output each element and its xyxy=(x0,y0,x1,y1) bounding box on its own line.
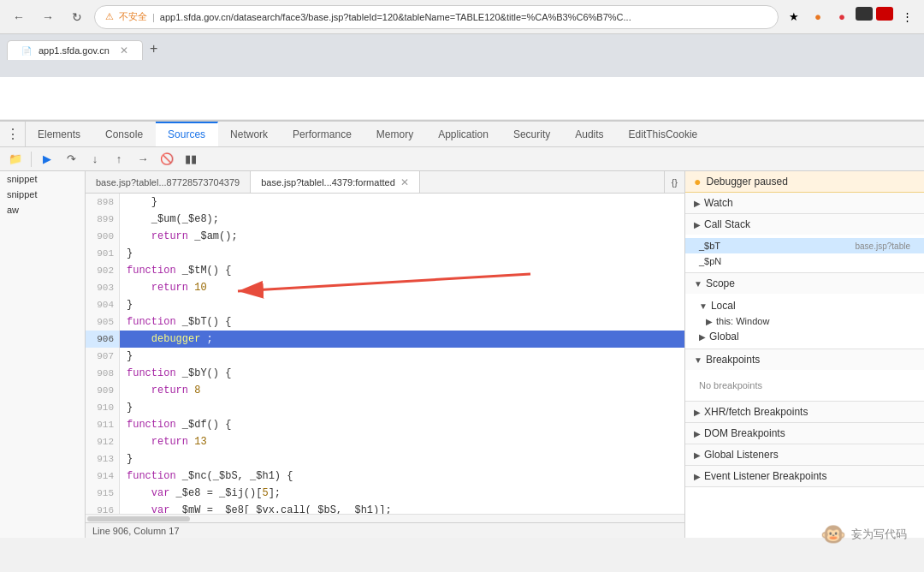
step-into-button[interactable]: ↓ xyxy=(85,149,105,170)
line-num-905[interactable]: 905 xyxy=(86,313,119,331)
extension-btn-2[interactable]: ● xyxy=(832,7,852,27)
event-listener-breakpoints-header[interactable]: ▶ Event Listener Breakpoints xyxy=(685,466,924,486)
tab-application[interactable]: Application xyxy=(426,122,501,146)
global-listeners-header[interactable]: ▶ Global Listeners xyxy=(685,444,924,465)
scope-this-item[interactable]: ▶ this: Window xyxy=(685,314,924,328)
callstack-section: ▶ Call Stack _$bT base.jsp?table _$pN xyxy=(685,214,924,273)
source-tabs-spacer xyxy=(420,171,664,193)
extension-btn-1[interactable]: ● xyxy=(808,7,828,27)
scope-local-arrow-icon: ▼ xyxy=(699,301,708,311)
source-tab-2-close[interactable]: ✕ xyxy=(400,176,409,188)
line-num-912[interactable]: 912 xyxy=(86,433,119,450)
source-tab-1[interactable]: base.jsp?tablel...87728573704379 xyxy=(86,171,251,193)
tab-close[interactable]: ✕ xyxy=(120,45,128,57)
open-file-button[interactable]: 📁 xyxy=(5,149,26,170)
security-icon: ⚠ xyxy=(105,11,114,22)
source-tab-2[interactable]: base.jsp?tablel...4379:formatted ✕ xyxy=(251,171,420,193)
pause-on-exceptions-button[interactable]: ▮▮ xyxy=(181,149,201,170)
bookmark-button[interactable]: ★ xyxy=(784,7,804,27)
watermark: 🐵 妄为写代码 xyxy=(820,522,907,546)
line-num-906[interactable]: 906 xyxy=(86,331,119,348)
scope-section-header[interactable]: ▼ Scope xyxy=(685,273,924,294)
line-num-899[interactable]: 899 xyxy=(86,211,119,228)
extension-btn-3[interactable] xyxy=(856,7,873,21)
browser-tab-active[interactable]: 📄 app1.sfda.gov.cn ✕ xyxy=(7,40,143,60)
xhr-arrow-icon: ▶ xyxy=(694,408,701,417)
source-format-button[interactable]: {} xyxy=(664,171,684,193)
devtools-toolbar: 📁 ▶ ↷ ↓ ↑ → 🚫 ▮▮ xyxy=(0,147,924,171)
line-num-914[interactable]: 914 xyxy=(86,468,119,485)
code-line-907: } xyxy=(120,348,684,365)
step-button[interactable]: → xyxy=(133,149,153,170)
step-over-button[interactable]: ↷ xyxy=(61,149,81,170)
scrollbar-thumb[interactable] xyxy=(87,516,190,521)
tab-security[interactable]: Security xyxy=(501,122,563,146)
forward-button[interactable]: → xyxy=(36,5,60,29)
xhr-breakpoints-header[interactable]: ▶ XHR/fetch Breakpoints xyxy=(685,402,924,422)
tab-console[interactable]: Console xyxy=(93,122,156,146)
tab-memory[interactable]: Memory xyxy=(364,122,426,146)
file-panel-item-aw[interactable]: aw xyxy=(0,202,85,217)
callstack-item-2[interactable]: _$pN xyxy=(685,253,924,269)
source-tab-1-label: base.jsp?tablel...87728573704379 xyxy=(96,177,240,188)
watch-section: ▶ Watch xyxy=(685,193,924,214)
file-panel-item-snippet2[interactable]: snippet xyxy=(0,187,85,202)
devtools-panel: ⋮ Elements Console Sources Network Perfo… xyxy=(0,120,924,538)
browser-toolbar: ← → ↻ ⚠ 不安全 | app1.sfda.gov.cn/datasearc… xyxy=(0,0,924,34)
dom-breakpoints-section: ▶ DOM Breakpoints xyxy=(685,423,924,444)
code-line-913: } xyxy=(120,450,684,468)
scope-local-header[interactable]: ▼ Local xyxy=(685,297,924,314)
scope-section-label: Scope xyxy=(706,277,735,289)
browser-tabs: 📄 app1.sfda.gov.cn ✕ + xyxy=(0,34,924,60)
devtools-menu-icon[interactable]: ⋮ xyxy=(0,122,26,146)
horizontal-scrollbar[interactable] xyxy=(86,514,684,522)
line-num-910[interactable]: 910 xyxy=(86,399,119,416)
dom-breakpoints-header[interactable]: ▶ DOM Breakpoints xyxy=(685,423,924,444)
line-num-908[interactable]: 908 xyxy=(86,365,119,382)
line-num-900[interactable]: 900 xyxy=(86,228,119,245)
step-out-button[interactable]: ↑ xyxy=(109,149,129,170)
line-num-904[interactable]: 904 xyxy=(86,296,119,313)
watch-section-header[interactable]: ▶ Watch xyxy=(685,193,924,213)
line-num-909[interactable]: 909 xyxy=(86,382,119,399)
breakpoints-section-header[interactable]: ▼ Breakpoints xyxy=(685,349,924,370)
tab-audits[interactable]: Audits xyxy=(563,122,616,146)
pause-resume-button[interactable]: ▶ xyxy=(37,149,57,170)
line-num-903[interactable]: 903 xyxy=(86,279,119,296)
scope-this-arrow-icon: ▶ xyxy=(706,317,713,326)
line-num-911[interactable]: 911 xyxy=(86,416,119,433)
callstack-content: _$bT base.jsp?table _$pN xyxy=(685,235,924,272)
line-num-898[interactable]: 898 xyxy=(86,194,119,211)
code-editor[interactable]: 8988999009019029039049059069079089099109… xyxy=(86,194,684,514)
url-bar[interactable]: ⚠ 不安全 | app1.sfda.gov.cn/datasearch/face… xyxy=(94,5,779,29)
line-num-915[interactable]: 915 xyxy=(86,485,119,502)
new-tab-button[interactable]: + xyxy=(143,38,164,60)
tab-editthiscookie[interactable]: EditThisCookie xyxy=(617,122,711,146)
code-line-903: return 10 xyxy=(120,279,684,296)
tab-sources[interactable]: Sources xyxy=(156,122,218,146)
tab-network[interactable]: Network xyxy=(218,122,281,146)
tab-elements[interactable]: Elements xyxy=(26,122,93,146)
debugger-paused-bar: ● Debugger paused xyxy=(685,171,924,193)
devtools-content: snippet snippet aw base.jsp?tablel...877… xyxy=(0,171,924,538)
line-num-907[interactable]: 907 xyxy=(86,348,119,365)
extension-btn-4[interactable] xyxy=(876,7,893,21)
back-button[interactable]: ← xyxy=(7,5,31,29)
line-num-916[interactable]: 916 xyxy=(86,502,119,514)
file-panel-item-snippet1[interactable]: snippet xyxy=(0,171,85,187)
xhr-breakpoints-label: XHR/fetch Breakpoints xyxy=(704,406,808,418)
line-num-901[interactable]: 901 xyxy=(86,245,119,262)
line-num-913[interactable]: 913 xyxy=(86,450,119,468)
keyword: debugger xyxy=(151,333,201,345)
scope-global-header[interactable]: ▶ Global xyxy=(685,328,924,345)
reload-button[interactable]: ↻ xyxy=(65,5,89,29)
watermark-icon: 🐵 xyxy=(820,522,846,546)
callstack-item-1[interactable]: _$bT base.jsp?table xyxy=(685,238,924,253)
pause-indicator-icon: ● xyxy=(694,175,701,188)
tab-performance[interactable]: Performance xyxy=(281,122,364,146)
deactivate-breakpoints-button[interactable]: 🚫 xyxy=(157,149,177,170)
line-num-902[interactable]: 902 xyxy=(86,262,119,279)
callstack-section-header[interactable]: ▶ Call Stack xyxy=(685,214,924,235)
scope-local-label: Local xyxy=(711,300,736,312)
menu-button[interactable]: ⋮ xyxy=(897,7,917,27)
